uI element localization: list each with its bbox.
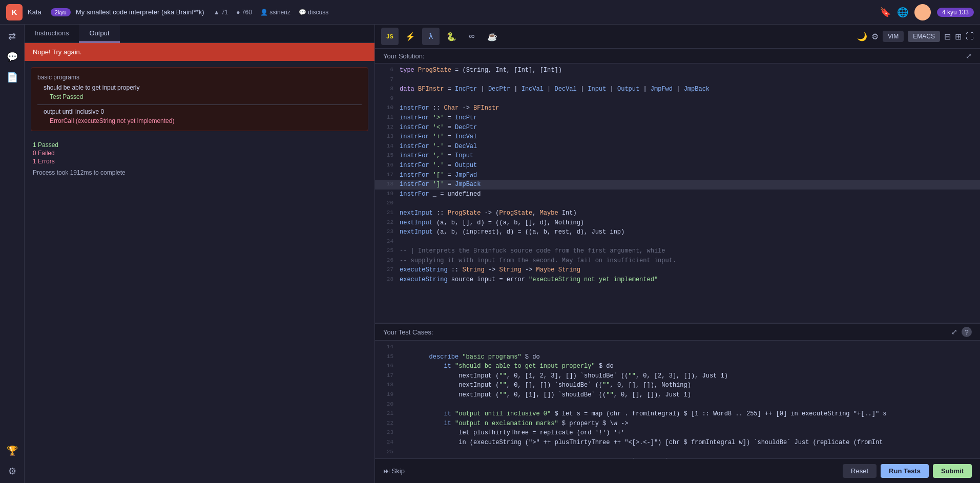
code-line: 8 data BFInstr = IncPtr | DecPtr | IncVa… (375, 85, 980, 94)
sidebar-icon-chat[interactable]: 💬 (7, 51, 18, 62)
lang-js[interactable]: JS (381, 28, 399, 45)
tab-instructions[interactable]: Instructions (25, 25, 79, 43)
globe-icon[interactable]: 🌐 (897, 7, 908, 18)
code-line: 21 nextInput :: ProgState -> (ProgState,… (375, 208, 980, 218)
bookmark-icon[interactable]: 🔖 (880, 7, 891, 18)
theme-toggle[interactable]: 🌙 (857, 32, 867, 41)
emacs-mode-btn[interactable]: EMACS (908, 31, 940, 42)
code-line: 11 instrFor '>' = IncPtr (375, 113, 980, 123)
code-line: 15 instrFor ',' = Input (375, 151, 980, 161)
code-line: 25 -- | Interprets the Brainfuck source … (375, 246, 980, 256)
lang-java[interactable]: ☕ (484, 28, 501, 45)
test-item-pass: Test Passed (37, 93, 362, 100)
lang-haskell[interactable]: λ (422, 28, 440, 45)
skip-button[interactable]: ⏭ Skip (383, 467, 405, 475)
test-code-line: 15 describe "basic programs" $ do (375, 352, 980, 362)
right-toolbar: 🌙 ⚙ VIM EMACS ⊟ ⊞ ⛶ (857, 31, 974, 42)
test-divider (37, 104, 362, 105)
topbar-points-badge: 4 kyu 133 (937, 8, 974, 17)
test-item-output: output until inclusive 0 (37, 108, 362, 115)
test-item-input: should be able to get input properly (37, 84, 362, 91)
test-results-box: basic programs should be able to get inp… (31, 67, 368, 131)
test-code-line: 24 in (executeString (">" ++ plusThirtyT… (375, 438, 980, 448)
test-code-line: 18 nextInput ("", 0, [], []) `shouldBe` … (375, 381, 980, 390)
solution-code-editor[interactable]: 6 type ProgState = (String, Int, [Int], … (375, 64, 980, 323)
right-panel: JS ⚡ λ 🐍 ∞ ☕ 🌙 ⚙ VIM EMACS ⊟ ⊞ ⛶ Your So… (375, 25, 980, 483)
topbar-discuss[interactable]: 💬 discuss (299, 9, 328, 16)
help-tests-btn[interactable]: ? (962, 327, 972, 337)
test-code-line: 20 (375, 400, 980, 410)
code-line: 22 nextInput (a, b, [], d) = ((a, b, [],… (375, 218, 980, 228)
vim-mode-btn[interactable]: VIM (883, 31, 904, 42)
app-logo: K (6, 4, 23, 20)
sidebar-icon-swap[interactable]: ⇄ (8, 31, 16, 42)
test-section: Your Test Cases: ⤢ ? 14 15 describe "bas… (375, 323, 980, 458)
code-line: 6 type ProgState = (String, Int, [Int], … (375, 66, 980, 75)
tab-output[interactable]: Output (79, 25, 119, 43)
layout-split-h[interactable]: ⊟ (944, 32, 951, 41)
code-line: 14 instrFor '-' = DecVal (375, 142, 980, 152)
submit-button[interactable]: Submit (933, 464, 972, 478)
code-line: 17 instrFor '[' = JmpFwd (375, 171, 980, 180)
solution-title: Your Solution: (383, 52, 424, 60)
sidebar-icon-doc[interactable]: 📄 (7, 72, 18, 83)
layout-split-v[interactable]: ⊞ (955, 32, 962, 41)
summary-time: Process took 1912ms to complete (33, 169, 366, 176)
lang-clojure[interactable]: ∞ (463, 28, 481, 45)
test-code-line: 21 it "output until inclusive 0" $ let s… (375, 409, 980, 419)
output-panel: Nope! Try again. basic programs should b… (25, 43, 374, 483)
run-tests-button[interactable]: Run Tests (881, 464, 929, 478)
bottom-bar: ⏭ Skip Reset Run Tests Submit (375, 458, 980, 483)
solution-header: Your Solution: ⤢ (375, 49, 980, 64)
test-header-icons: ⤢ ? (951, 327, 972, 337)
summary-errors: 1 Errors (33, 158, 366, 165)
code-line: 26 -- supplying it with input from the s… (375, 256, 980, 266)
layout-fullscreen[interactable]: ⛶ (966, 32, 974, 41)
code-line: 7 (375, 75, 980, 85)
code-line: 24 (375, 237, 980, 247)
bottom-actions: Reset Run Tests Submit (843, 464, 972, 478)
code-line: 9 (375, 94, 980, 104)
test-summary: 1 Passed 0 Failed 1 Errors Process took … (25, 137, 374, 180)
topbar-votes: ▲ 71 (214, 9, 228, 16)
error-banner: Nope! Try again. (25, 43, 374, 61)
settings-btn[interactable]: ⚙ (871, 32, 879, 41)
topbar-meta: ▲ 71 ● 760 👤 ssineriz 💬 discuss (214, 9, 329, 16)
scroll-indicator-right[interactable] (976, 0, 980, 483)
solution-section: Your Solution: ⤢ 6 type ProgState = (Str… (375, 49, 980, 323)
avatar (914, 4, 931, 20)
topbar-kata-title: My smallest code interpreter (aka Brainf… (76, 8, 204, 16)
topbar-kyu-badge: 2kyu (51, 8, 71, 16)
language-bar: JS ⚡ λ 🐍 ∞ ☕ 🌙 ⚙ VIM EMACS ⊟ ⊞ ⛶ (375, 25, 980, 49)
test-cases-header: Your Test Cases: ⤢ ? (375, 324, 980, 341)
tabs-bar: Instructions Output (25, 25, 374, 43)
expand-solution-btn[interactable]: ⤢ (966, 52, 972, 60)
test-group-name: basic programs (37, 74, 362, 81)
topbar-username: Kata (28, 8, 41, 16)
test-code-line: 23 let plusThirtyThree = replicate (ord … (375, 428, 980, 438)
test-code-line: 17 nextInput ("", 0, [1, 2, 3], []) `sho… (375, 371, 980, 381)
reset-button[interactable]: Reset (843, 464, 877, 478)
code-line: 28 executeString source input = error "e… (375, 275, 980, 285)
topbar-stars: ● 760 (236, 9, 252, 16)
lang-coffeescript[interactable]: ⚡ (402, 28, 419, 45)
code-line: 10 instrFor :: Char -> BFInstr (375, 103, 980, 113)
code-line: 13 instrFor '+' = IncVal (375, 132, 980, 142)
sidebar-icon-settings[interactable]: ⚙ (8, 466, 16, 477)
lang-python[interactable]: 🐍 (443, 28, 460, 45)
code-line: 16 instrFor '.' = Output (375, 161, 980, 171)
code-line: 12 instrFor '<' = DecPtr (375, 123, 980, 133)
summary-failed: 0 Failed (33, 150, 366, 157)
code-line: 23 nextInput (a, b, (inp:rest), d) = ((a… (375, 227, 980, 237)
test-group-basic: basic programs should be able to get inp… (37, 74, 362, 124)
test-code-line: 22 it "output n exclamation marks" $ pro… (375, 419, 980, 429)
code-line: 19 instrFor _ = undefined (375, 190, 980, 199)
sidebar-icon-trophy[interactable]: 🏆 (7, 445, 18, 456)
left-sidebar: ⇄ 💬 📄 🏆 ⚙ (0, 25, 25, 483)
code-line: 18 instrFor ']' = JmpBack (375, 180, 980, 190)
test-code-editor[interactable]: 14 15 describe "basic programs" $ do 16 … (375, 341, 980, 458)
test-code-line: 14 (375, 343, 980, 352)
test-code-line: 16 it "should be able to get input prope… (375, 362, 980, 371)
expand-tests-btn[interactable]: ⤢ (951, 327, 957, 337)
left-panel: Instructions Output Nope! Try again. bas… (25, 25, 375, 483)
